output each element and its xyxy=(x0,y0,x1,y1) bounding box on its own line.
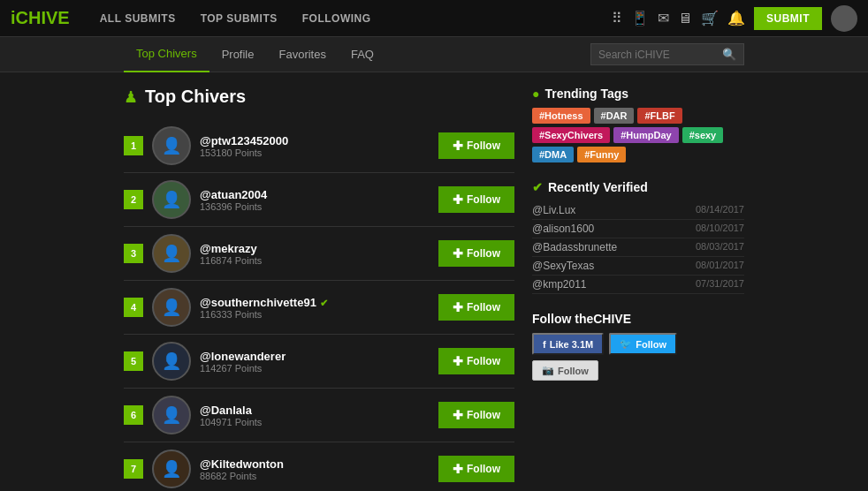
follow-button[interactable]: ✚Follow xyxy=(438,240,514,267)
list-item: @SexyTexas 08/01/2017 xyxy=(532,257,744,276)
tag[interactable]: #HumpDay xyxy=(613,127,678,143)
person-icon: ♟ xyxy=(124,87,138,107)
page-title: Top Chivers xyxy=(145,87,246,107)
user-points: 153180 Points xyxy=(200,147,430,158)
verified-name[interactable]: @Badassbrunette xyxy=(532,241,617,253)
follow-button[interactable]: ✚Follow xyxy=(438,186,514,213)
avatar: 👤 xyxy=(152,288,191,327)
rank-badge: 5 xyxy=(124,351,143,371)
instagram-follow-button[interactable]: 📷 Follow xyxy=(532,360,598,381)
user-list: 1 👤 @ptw123452000 153180 Points ✚Follow … xyxy=(124,119,514,491)
search-icon[interactable]: 🔍 xyxy=(722,48,736,61)
tag[interactable]: #DMA xyxy=(532,147,574,162)
username: @lonewanderer xyxy=(200,350,430,363)
user-info: @ptw123452000 153180 Points xyxy=(200,134,430,158)
user-info: @mekrazy 116874 Points xyxy=(200,242,430,266)
avatar: 👤 xyxy=(152,234,191,273)
nav-following[interactable]: FOLLOWING xyxy=(290,0,384,37)
rank-badge: 1 xyxy=(124,136,143,155)
username: @ptw123452000 xyxy=(200,134,430,147)
tag[interactable]: #DAR xyxy=(594,108,635,124)
tab-profile[interactable]: Profile xyxy=(209,37,267,72)
trending-widget: ● Trending Tags #Hotness #DAR #FLBF #Sex… xyxy=(532,87,744,162)
user-avatar[interactable] xyxy=(831,5,857,32)
tab-top-chivers[interactable]: Top Chivers xyxy=(124,37,209,72)
tab-faq[interactable]: FAQ xyxy=(339,37,386,72)
tags-container: #Hotness #DAR #FLBF #SexyChivers #HumpDa… xyxy=(532,108,744,162)
table-row: 6 👤 @Danlala 104971 Points ✚Follow xyxy=(124,389,514,442)
right-sidebar: ● Trending Tags #Hotness #DAR #FLBF #Sex… xyxy=(532,87,744,491)
tag[interactable]: #Funny xyxy=(577,147,626,162)
user-info: @southernchivette91✔ 116333 Points xyxy=(200,296,430,320)
rank-badge: 4 xyxy=(124,298,143,317)
verified-date: 08/10/2017 xyxy=(696,223,744,235)
trending-title: ● Trending Tags xyxy=(532,87,744,101)
username: @mekrazy xyxy=(200,242,430,255)
verified-name[interactable]: @SexyTexas xyxy=(532,260,594,272)
follow-button[interactable]: ✚Follow xyxy=(438,456,514,482)
follow-chive-widget: Follow theCHIVE f Like 3.1M 🐦 Follow 📷 F… xyxy=(532,312,744,381)
username: @southernchivette91✔ xyxy=(200,296,430,309)
table-row: 2 👤 @atuan2004 136396 Points ✚Follow xyxy=(124,173,514,227)
list-item: @Badassbrunette 08/03/2017 xyxy=(532,238,744,257)
list-item: @alison1600 08/10/2017 xyxy=(532,220,744,238)
rank-badge: 6 xyxy=(124,405,143,425)
user-info: @Kiltedwonton 88682 Points xyxy=(200,457,430,481)
mobile-icon[interactable]: 📱 xyxy=(631,10,649,26)
fb-icon: f xyxy=(543,339,546,350)
rank-badge: 2 xyxy=(124,190,143,209)
avatar: 👤 xyxy=(152,396,191,434)
follow-button[interactable]: ✚Follow xyxy=(438,402,514,428)
table-row: 5 👤 @lonewanderer 114267 Points ✚Follow xyxy=(124,335,514,389)
rank-badge: 3 xyxy=(124,244,143,263)
tag[interactable]: #sexy xyxy=(682,127,724,143)
follow-chive-title: Follow theCHIVE xyxy=(532,312,744,326)
rank-badge: 7 xyxy=(124,459,143,479)
user-points: 116874 Points xyxy=(200,255,430,266)
follow-button[interactable]: ✚Follow xyxy=(438,132,514,159)
user-info: @Danlala 104971 Points xyxy=(200,404,430,427)
avatar: 👤 xyxy=(152,449,191,488)
table-row: 7 👤 @Kiltedwonton 88682 Points ✚Follow xyxy=(124,442,514,491)
username: @Kiltedwonton xyxy=(200,457,430,471)
facebook-follow-button[interactable]: f Like 3.1M xyxy=(532,333,604,355)
monitor-icon[interactable]: 🖥 xyxy=(678,11,692,26)
user-points: 88682 Points xyxy=(200,471,430,481)
nav-links: ALL SUBMITS TOP SUBMITS FOLLOWING xyxy=(88,0,612,37)
follow-button[interactable]: ✚Follow xyxy=(438,294,514,321)
avatar: 👤 xyxy=(152,126,191,165)
grid-icon[interactable]: ⠿ xyxy=(612,10,622,26)
user-points: 116333 Points xyxy=(200,309,430,320)
verified-date: 08/03/2017 xyxy=(696,241,744,253)
tag[interactable]: #Hotness xyxy=(532,108,590,124)
table-row: 4 👤 @southernchivette91✔ 116333 Points ✚… xyxy=(124,281,514,335)
tab-favorites[interactable]: Favorites xyxy=(267,37,339,72)
follow-button[interactable]: ✚Follow xyxy=(438,348,514,374)
avatar: 👤 xyxy=(152,180,191,219)
nav-right: ⠿ 📱 ✉ 🖥 🛒 🔔 SUBMIT xyxy=(612,5,857,32)
user-info: @lonewanderer 114267 Points xyxy=(200,350,430,374)
nav-all-submits[interactable]: ALL SUBMITS xyxy=(88,0,188,37)
nav-top-submits[interactable]: TOP SUBMITS xyxy=(188,0,290,37)
submit-button[interactable]: SUBMIT xyxy=(754,7,822,30)
verified-widget: ✔ Recently Verified @Liv.Lux 08/14/2017 … xyxy=(532,180,744,294)
logo-chive: CHIVE xyxy=(16,8,70,28)
mail-icon[interactable]: ✉ xyxy=(658,10,669,26)
tag[interactable]: #FLBF xyxy=(637,108,681,124)
verified-name[interactable]: @kmp2011 xyxy=(532,278,587,291)
twitter-follow-button[interactable]: 🐦 Follow xyxy=(609,333,677,355)
verified-date: 07/31/2017 xyxy=(696,278,744,291)
verified-name[interactable]: @Liv.Lux xyxy=(532,204,575,216)
search-input[interactable] xyxy=(598,49,722,61)
verified-title: ✔ Recently Verified xyxy=(532,180,744,194)
cart-icon[interactable]: 🛒 xyxy=(701,10,719,26)
verified-name[interactable]: @alison1600 xyxy=(532,223,594,235)
verified-list: @Liv.Lux 08/14/2017 @alison1600 08/10/20… xyxy=(532,201,744,294)
sub-nav: Top Chivers Profile Favorites FAQ 🔍 xyxy=(0,37,868,72)
tag[interactable]: #SexyChivers xyxy=(532,127,610,143)
left-column: ♟ Top Chivers 1 👤 @ptw123452000 153180 P… xyxy=(124,87,514,491)
list-item: @kmp2011 07/31/2017 xyxy=(532,276,744,294)
table-row: 3 👤 @mekrazy 116874 Points ✚Follow xyxy=(124,227,514,281)
bell-icon[interactable]: 🔔 xyxy=(727,10,745,26)
content: ♟ Top Chivers 1 👤 @ptw123452000 153180 P… xyxy=(0,72,868,491)
